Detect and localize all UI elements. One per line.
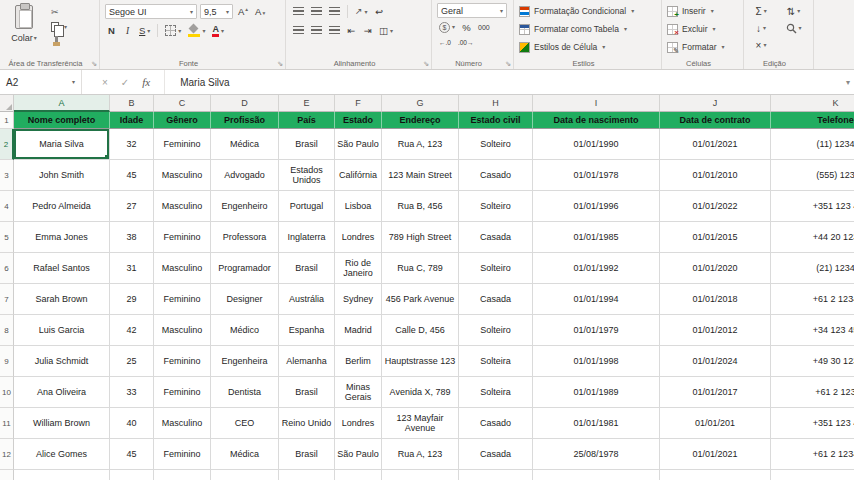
cell-A5[interactable]: Emma Jones	[14, 222, 110, 253]
cell-I9[interactable]: 01/01/1998	[533, 346, 660, 377]
cell-K1[interactable]: Telefone	[771, 112, 854, 129]
cell-H11[interactable]: Casado	[459, 408, 533, 439]
find-select-button[interactable]: ▾	[779, 21, 808, 35]
cell-E1[interactable]: País	[279, 112, 335, 129]
row-header-5[interactable]: 5	[0, 222, 14, 253]
bold-button[interactable]: N	[105, 23, 118, 38]
cell-E9[interactable]: Alemanha	[279, 346, 335, 377]
cell-F1[interactable]: Estado	[335, 112, 382, 129]
cell-I8[interactable]: 01/01/1979	[533, 315, 660, 346]
formula-input[interactable]: Maria Silva	[165, 70, 854, 94]
cell-F10[interactable]: Minas Gerais	[335, 377, 382, 408]
cell-F3[interactable]: Califórnia	[335, 160, 382, 191]
cell-A1[interactable]: Nome completo	[14, 112, 110, 129]
cell-J4[interactable]: 01/01/2022	[660, 191, 771, 222]
cell-J8[interactable]: 01/01/2012	[660, 315, 771, 346]
cancel-button[interactable]: ×	[102, 77, 108, 88]
cell-K9[interactable]: +49 30 123	[771, 346, 854, 377]
cell-C9[interactable]: Feminino	[154, 346, 211, 377]
cell-C5[interactable]: Feminino	[154, 222, 211, 253]
column-header-J[interactable]: J	[660, 95, 771, 112]
cell-C8[interactable]: Masculino	[154, 315, 211, 346]
cell-F12[interactable]: São Paulo	[335, 439, 382, 470]
cell-A7[interactable]: Sarah Brown	[14, 284, 110, 315]
cell-C2[interactable]: Feminino	[154, 129, 211, 160]
cell-H4[interactable]: Solteiro	[459, 191, 533, 222]
cell-K6[interactable]: (21) 1234	[771, 253, 854, 284]
cell-I11[interactable]: 01/01/1981	[533, 408, 660, 439]
name-box[interactable]: A2 ▾	[0, 70, 82, 94]
cell-K13[interactable]	[771, 470, 854, 480]
insert-cells-button[interactable]: + Inserir ▾	[667, 3, 738, 19]
row-header-12[interactable]: 12	[0, 439, 14, 470]
insert-function-button[interactable]: fx	[142, 76, 150, 88]
cell-K8[interactable]: +34 123 45	[771, 315, 854, 346]
cell-D5[interactable]: Professora	[211, 222, 279, 253]
cell-F5[interactable]: Londres	[335, 222, 382, 253]
delete-cells-button[interactable]: × Excluir ▾	[667, 21, 738, 37]
cell-B10[interactable]: 33	[110, 377, 154, 408]
alignment-dialog-launcher[interactable]: ⇘	[423, 60, 429, 68]
cell-A6[interactable]: Rafael Santos	[14, 253, 110, 284]
cell-J13[interactable]	[660, 470, 771, 480]
cell-H7[interactable]: Casada	[459, 284, 533, 315]
wrap-text-button[interactable]: ↩	[373, 4, 386, 19]
decrease-indent-button[interactable]: ⇤	[345, 23, 358, 38]
cell-G7[interactable]: 456 Park Avenue	[382, 284, 459, 315]
cell-J10[interactable]: 01/01/2017	[660, 377, 771, 408]
cell-C4[interactable]: Masculino	[154, 191, 211, 222]
merge-center-button[interactable]: ◫▾	[377, 23, 395, 38]
column-header-E[interactable]: E	[279, 95, 335, 112]
cell-H10[interactable]: Solteira	[459, 377, 533, 408]
cell-E7[interactable]: Austrália	[279, 284, 335, 315]
cell-A2[interactable]: Maria Silva	[14, 129, 110, 160]
cell-A10[interactable]: Ana Oliveira	[14, 377, 110, 408]
orientation-button[interactable]: ↗▾	[353, 4, 370, 19]
borders-button[interactable]: ▾	[163, 23, 183, 38]
cell-B6[interactable]: 31	[110, 253, 154, 284]
cell-J3[interactable]: 01/01/2010	[660, 160, 771, 191]
cell-C3[interactable]: Masculino	[154, 160, 211, 191]
cell-J7[interactable]: 01/01/2018	[660, 284, 771, 315]
cell-B1[interactable]: Idade	[110, 112, 154, 129]
fill-button[interactable]: ↓▾	[749, 21, 773, 35]
cell-I1[interactable]: Data de nascimento	[533, 112, 660, 129]
cell-H9[interactable]: Solteira	[459, 346, 533, 377]
cell-E6[interactable]: Brasil	[279, 253, 335, 284]
cell-A11[interactable]: William Brown	[14, 408, 110, 439]
cell-C12[interactable]: Feminino	[154, 439, 211, 470]
number-dialog-launcher[interactable]: ⇘	[505, 60, 511, 68]
cell-G10[interactable]: Avenida X, 789	[382, 377, 459, 408]
formula-bar-expand-button[interactable]: ▾	[846, 78, 850, 87]
increase-indent-button[interactable]: ⇥	[361, 23, 374, 38]
cell-B12[interactable]: 45	[110, 439, 154, 470]
cell-G9[interactable]: Hauptstrasse 123	[382, 346, 459, 377]
cell-F9[interactable]: Berlim	[335, 346, 382, 377]
cell-J12[interactable]: 01/01/2021	[660, 439, 771, 470]
cell-E4[interactable]: Portugal	[279, 191, 335, 222]
cell-K11[interactable]: +351 123 4	[771, 408, 854, 439]
column-header-D[interactable]: D	[211, 95, 279, 112]
decrease-decimal-button[interactable]: .00→	[456, 35, 476, 50]
cell-C7[interactable]: Feminino	[154, 284, 211, 315]
cell-I5[interactable]: 01/01/1985	[533, 222, 660, 253]
font-color-button[interactable]: A▾	[210, 23, 226, 38]
cell-A3[interactable]: John Smith	[14, 160, 110, 191]
cell-C1[interactable]: Gênero	[154, 112, 211, 129]
increase-font-button[interactable]: A▴	[236, 4, 250, 19]
cell-H13[interactable]	[459, 470, 533, 480]
format-as-table-button[interactable]: Formatar como Tabela ▾	[519, 21, 656, 37]
increase-decimal-button[interactable]: ←.0	[437, 35, 453, 50]
cell-J6[interactable]: 01/01/2020	[660, 253, 771, 284]
cell-E11[interactable]: Reino Unido	[279, 408, 335, 439]
cell-C11[interactable]: Masculino	[154, 408, 211, 439]
cell-A13[interactable]	[14, 470, 110, 480]
column-header-C[interactable]: C	[154, 95, 211, 112]
select-all-corner[interactable]	[0, 95, 14, 112]
cell-A12[interactable]: Alice Gomes	[14, 439, 110, 470]
cell-K3[interactable]: (555) 123	[771, 160, 854, 191]
cell-G13[interactable]	[382, 470, 459, 480]
cell-H5[interactable]: Casada	[459, 222, 533, 253]
cell-B13[interactable]	[110, 470, 154, 480]
conditional-formatting-button[interactable]: Formatação Condicional ▾	[519, 3, 656, 19]
